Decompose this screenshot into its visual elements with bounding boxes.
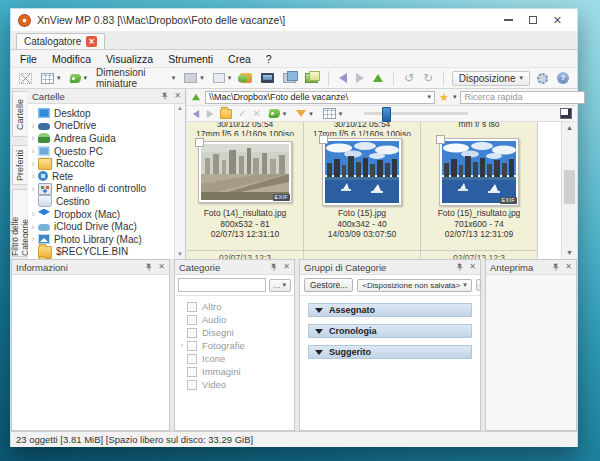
checkbox-icon[interactable]	[187, 328, 197, 338]
path-combobox[interactable]: \\Mac\Dropbox\Foto delle vacanze\ ▾	[205, 91, 435, 104]
expander-icon[interactable]: ›	[28, 159, 38, 169]
checkbox-icon[interactable]	[187, 341, 197, 351]
chevron-down-icon[interactable]: ▾	[453, 93, 457, 101]
checkbox-icon[interactable]	[187, 302, 197, 312]
tree-item-recycle-bin-folder[interactable]: $RECYCLE.BIN	[28, 246, 175, 259]
thumbnail-image[interactable]: EXIF	[198, 141, 292, 203]
layout-select[interactable]: <Disposizione non salvata>▾	[357, 279, 471, 292]
thumbnail-cell[interactable]: mm f/ s iso	[421, 122, 538, 259]
view-options-button[interactable]: ▾	[321, 107, 345, 120]
scroll-up-icon[interactable]: ▲	[175, 104, 185, 113]
category-item-audio[interactable]: Audio	[177, 313, 292, 326]
filter-button[interactable]: ▾	[294, 109, 315, 119]
tree-item-icloud[interactable]: ›iCloud Drive (Mac)	[28, 220, 175, 233]
pin-icon[interactable]	[456, 263, 464, 271]
chevron-down-icon[interactable]: ▾	[427, 93, 431, 101]
expander-icon[interactable]: ›	[28, 222, 38, 232]
slider-handle[interactable]	[382, 107, 391, 122]
checkbox-icon[interactable]	[187, 354, 197, 364]
frame-button[interactable]: ▾	[211, 72, 234, 84]
tree-item-cestino[interactable]: Cestino	[28, 195, 175, 208]
remove-group-button[interactable]: -	[476, 279, 481, 291]
thumb-checkbox[interactable]	[195, 138, 204, 147]
menu-help[interactable]: ?	[266, 53, 272, 65]
category-item-video[interactable]: Video	[177, 378, 292, 391]
tree-item-rete[interactable]: ›Rete	[28, 170, 175, 183]
tag-filter-button[interactable]: ▾	[267, 108, 289, 119]
tree-item-raccolte[interactable]: ›Raccolte	[28, 157, 175, 170]
thumbnail-image[interactable]: EXIF	[439, 138, 519, 206]
minimize-icon[interactable]	[504, 19, 513, 20]
menu-crea[interactable]: Crea	[228, 53, 251, 65]
expander-icon[interactable]: ›	[177, 341, 187, 350]
view-mode-button[interactable]: ▾	[39, 72, 63, 85]
thumbnail-cell[interactable]: 30/10/12 05:54 17mm f/5.6 1/160s 100iso	[187, 122, 304, 259]
compare-button[interactable]	[281, 72, 298, 84]
filmstrip-button[interactable]: ▾	[182, 72, 206, 84]
group-cronologia[interactable]: Cronologia	[308, 324, 472, 338]
tab-catalogatore[interactable]: Catalogatore ✕	[16, 33, 105, 49]
expander-icon[interactable]: ›	[28, 133, 38, 143]
forward-button[interactable]	[354, 72, 366, 84]
expander-icon[interactable]: ›	[28, 121, 38, 131]
tree-item-photo-library[interactable]: ›Photo Library (Mac)	[28, 233, 175, 246]
rotate-right-button[interactable]: ↻	[421, 72, 435, 84]
tab-close-icon[interactable]: ✕	[86, 36, 97, 47]
delete-icon[interactable]: ✕	[252, 109, 260, 119]
tree-scrollbar[interactable]: ▲ ▼	[174, 104, 185, 259]
pin-icon[interactable]	[270, 263, 278, 271]
sidebar-tab-preferiti[interactable]: Preferiti	[12, 145, 27, 185]
labels-button[interactable]	[238, 72, 254, 84]
scroll-up-icon[interactable]: ▲	[562, 122, 577, 134]
scroll-down-icon[interactable]: ▼	[175, 250, 185, 259]
sidebar-tab-filtro-categorie[interactable]: Filtro delle Categorie	[12, 189, 27, 257]
thumbnail-size-slider[interactable]	[364, 112, 468, 115]
fullscreen-button[interactable]	[17, 72, 34, 85]
panel-close-icon[interactable]: ✕	[469, 263, 476, 271]
thumb-checkbox[interactable]	[319, 135, 328, 144]
category-more-button[interactable]: ...▾	[269, 279, 291, 292]
forward-arrow-icon[interactable]	[207, 110, 213, 118]
edit-check-icon[interactable]: ✓	[238, 109, 246, 119]
pin-icon[interactable]	[161, 92, 169, 100]
folder-up-icon[interactable]	[192, 94, 200, 100]
pin-icon[interactable]	[145, 263, 153, 271]
panel-close-icon[interactable]: ✕	[158, 263, 165, 271]
manager-button[interactable]: Gestore...	[304, 278, 353, 292]
menu-strumenti[interactable]: Strumenti	[168, 53, 213, 65]
panel-close-icon[interactable]: ✕	[565, 263, 572, 271]
category-item-disegni[interactable]: Disegni	[177, 326, 292, 339]
menu-modifica[interactable]: Modifica	[52, 53, 91, 65]
new-folder-icon[interactable]	[220, 109, 232, 119]
thumbnail-image[interactable]	[322, 138, 402, 206]
expander-icon[interactable]: ›	[28, 171, 38, 181]
layout-dropdown-button[interactable]: Disposizione▾	[452, 71, 530, 86]
panel-close-icon[interactable]: ✕	[174, 92, 181, 100]
up-button[interactable]	[371, 73, 385, 83]
tree-item-dropbox[interactable]: ›Dropbox (Mac)	[28, 208, 175, 221]
group-assegnato[interactable]: Assegnato	[308, 303, 472, 317]
help-button[interactable]: ?	[555, 71, 571, 85]
checkbox-icon[interactable]	[187, 380, 197, 390]
tree-item-desktop[interactable]: Desktop	[28, 107, 175, 120]
tree-item-user[interactable]: ›Andrea Guida	[28, 132, 175, 145]
tree-item-questo-pc[interactable]: ›Questo PC	[28, 145, 175, 158]
sidebar-tab-cartelle[interactable]: Cartelle	[12, 91, 27, 137]
convert-button[interactable]	[303, 72, 320, 84]
group-suggerito[interactable]: Suggerito	[308, 345, 472, 359]
category-item-immagini[interactable]: Immagini	[177, 365, 292, 378]
menu-visualizza[interactable]: Visualizza	[106, 53, 153, 65]
tree-item-onedrive[interactable]: ›OneDrive	[28, 120, 175, 133]
category-filter-input[interactable]	[178, 278, 266, 292]
checkbox-icon[interactable]	[187, 315, 197, 325]
thumb-checkbox[interactable]	[436, 135, 445, 144]
settings-button[interactable]	[535, 72, 550, 85]
panel-close-icon[interactable]: ✕	[283, 263, 290, 271]
expander-icon[interactable]: ›	[28, 184, 38, 194]
tree-item-pannello[interactable]: ›Pannello di controllo	[28, 183, 175, 196]
category-item-altro[interactable]: Altro	[177, 300, 292, 313]
expander-icon[interactable]: ›	[28, 234, 38, 244]
close-icon[interactable]: ✕	[553, 15, 562, 25]
checkbox-icon[interactable]	[187, 367, 197, 377]
maximize-icon[interactable]	[529, 16, 537, 24]
